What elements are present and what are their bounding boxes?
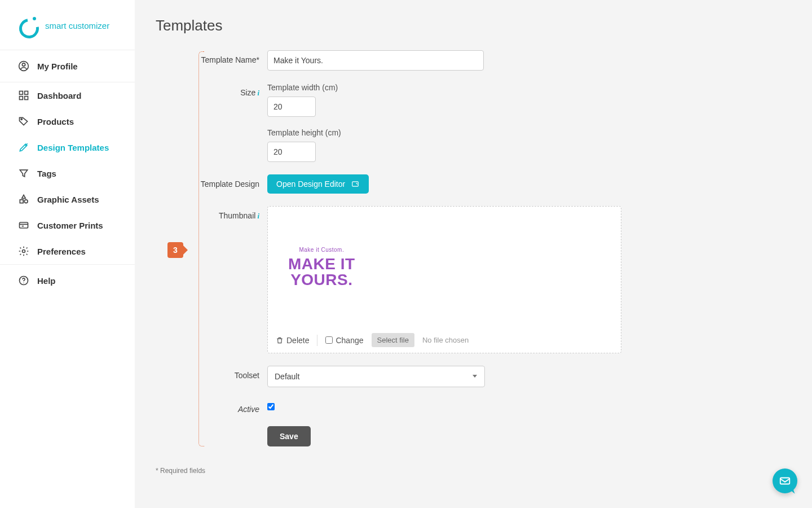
thumbnail-change-label: Change [336, 336, 363, 345]
svg-rect-2 [20, 91, 23, 95]
thumbnail-box: Make it Custom. MAKE IT YOURS. [267, 206, 621, 353]
thumbnail-big-line1: MAKE IT [288, 256, 355, 272]
label-thumbnail: Thumbnaili [198, 206, 259, 353]
sidebar-item-label: Products [37, 117, 74, 126]
label-active-text: Active [238, 405, 259, 414]
chat-fab-button[interactable] [773, 468, 797, 493]
row-size: Sizei Template width (cm) Template heigh… [198, 83, 792, 162]
brand-logo-icon [19, 17, 36, 34]
thumbnail-delete-label: Delete [286, 336, 309, 345]
label-toolset: Toolset [198, 366, 259, 387]
thumbnail-mini-text: Make it Custom. [288, 247, 355, 253]
row-save: Save [198, 426, 792, 446]
label-active: Active [198, 400, 259, 414]
sidebar-item-label: Dashboard [37, 91, 81, 100]
design-tools-icon [18, 142, 30, 153]
info-icon[interactable]: i [257, 89, 259, 97]
row-template-name: Template Name* [198, 50, 792, 71]
svg-rect-7 [20, 200, 23, 203]
trash-icon [276, 336, 284, 344]
row-toolset: Toolset Default [198, 366, 792, 387]
svg-rect-4 [20, 97, 23, 100]
open-design-editor-button[interactable]: Open Design Editor [267, 174, 369, 194]
svg-point-6 [21, 119, 22, 120]
sidebar-item-preferences[interactable]: Preferences [0, 238, 135, 264]
sidebar-item-label: Preferences [37, 247, 86, 256]
svg-rect-3 [25, 91, 28, 95]
shapes-icon [18, 194, 30, 205]
thumbnail-preview: Make it Custom. MAKE IT YOURS. [268, 207, 621, 327]
label-template-width: Template width (cm) [267, 83, 792, 92]
sidebar-item-graphic-assets[interactable]: Graphic Assets [0, 186, 135, 212]
help-icon [18, 275, 30, 286]
main-content: Templates 3 Template Name* Sizei Templat… [135, 0, 812, 508]
sidebar-item-label: Graphic Assets [37, 195, 99, 204]
row-thumbnail: Thumbnaili Make it Custom. MAKE IT YOURS… [198, 206, 792, 353]
row-template-design: Template Design Open Design Editor [198, 174, 792, 194]
thumbnail-change-checkbox[interactable] [325, 336, 333, 344]
sidebar-item-label: Help [37, 276, 56, 286]
svg-rect-5 [25, 97, 28, 100]
thumbnail-big-text: MAKE IT YOURS. [288, 256, 355, 288]
toolset-select[interactable]: Default [267, 366, 485, 387]
brand: smart customizer [0, 0, 135, 50]
label-template-name: Template Name* [198, 50, 259, 71]
label-template-design: Template Design [198, 174, 259, 194]
template-name-input[interactable] [267, 50, 484, 71]
label-template-height: Template height (cm) [267, 128, 792, 137]
sidebar-item-products[interactable]: Products [0, 108, 135, 134]
dashboard-icon [18, 90, 30, 101]
svg-point-12 [23, 283, 24, 283]
mail-icon [779, 475, 791, 487]
step-bracket [198, 51, 204, 446]
editor-icon [351, 180, 360, 188]
thumbnail-delete-button[interactable]: Delete [276, 336, 309, 345]
prints-icon [18, 220, 30, 231]
sidebar-item-customer-prints[interactable]: Customer Prints [0, 212, 135, 238]
tag-icon [18, 116, 30, 127]
sidebar-item-help[interactable]: Help [0, 265, 135, 296]
label-thumbnail-text: Thumbnail [219, 211, 255, 220]
svg-point-1 [22, 63, 25, 66]
required-fields-note: * Required fields [156, 467, 792, 475]
thumbnail-file-hint: No file chosen [422, 336, 469, 344]
save-button[interactable]: Save [267, 426, 311, 446]
sidebar-item-label: My Profile [37, 62, 78, 71]
sidebar-item-label: Tags [37, 169, 56, 178]
toolbar-divider [317, 335, 317, 346]
svg-point-8 [24, 200, 28, 203]
active-checkbox[interactable] [267, 403, 275, 410]
thumbnail-big-line2: YOURS. [288, 272, 355, 288]
row-active: Active [198, 400, 792, 414]
open-design-editor-label: Open Design Editor [276, 179, 345, 189]
sidebar-item-profile[interactable]: My Profile [0, 50, 135, 82]
template-height-input[interactable] [267, 142, 316, 162]
filter-icon [18, 168, 30, 179]
user-circle-icon [18, 60, 30, 72]
template-width-input[interactable] [267, 97, 316, 117]
svg-point-10 [23, 250, 25, 253]
sidebar-item-design-templates[interactable]: Design Templates [0, 134, 135, 160]
sidebar-item-label: Design Templates [37, 143, 109, 152]
svg-rect-14 [780, 478, 790, 484]
page-title: Templates [156, 17, 792, 34]
info-icon[interactable]: i [257, 212, 259, 220]
sidebar-item-label: Customer Prints [37, 221, 103, 230]
label-size: Sizei [198, 83, 259, 162]
label-size-text: Size [240, 88, 255, 97]
sidebar-item-dashboard[interactable]: Dashboard [0, 82, 135, 108]
gear-icon [18, 246, 30, 257]
sidebar-item-tags[interactable]: Tags [0, 160, 135, 186]
template-form: 3 Template Name* Sizei Template width (c… [198, 50, 792, 446]
sidebar: smart customizer My Profile Dashboard Pr… [0, 0, 135, 508]
thumbnail-select-file-button[interactable]: Select file [372, 333, 414, 347]
thumbnail-change-toggle[interactable]: Change [325, 336, 363, 345]
thumbnail-toolbar: Delete Change Select file No file chosen [268, 327, 621, 353]
step-badge: 3 [167, 242, 183, 258]
brand-name: smart customizer [45, 21, 109, 30]
svg-rect-9 [20, 222, 28, 228]
